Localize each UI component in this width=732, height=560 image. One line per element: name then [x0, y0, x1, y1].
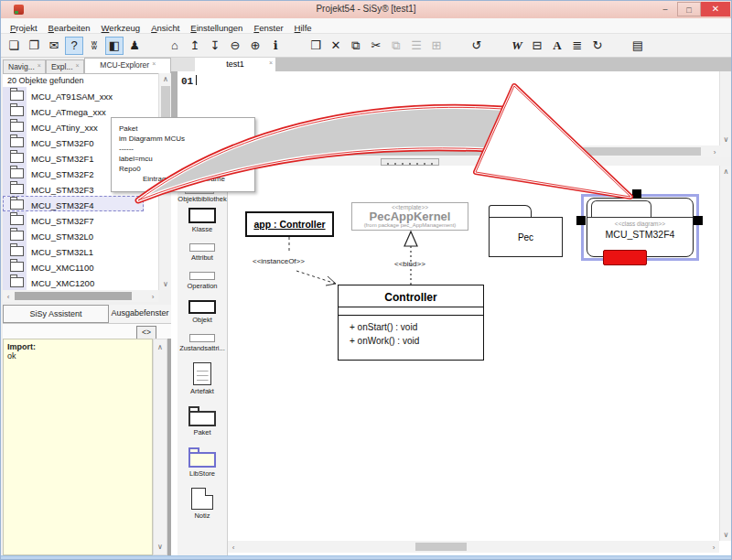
toolbar-button[interactable]: ⊕ — [246, 37, 264, 55]
selection-handle[interactable] — [632, 189, 641, 199]
toolbar-button[interactable]: ❏ — [5, 37, 23, 55]
palette-item[interactable]: Notiz — [191, 488, 213, 520]
toolbar-button[interactable]: ♟ — [125, 37, 144, 55]
tree-item[interactable]: MCU_AT91SAM_xxx — [3, 87, 144, 102]
palette-item[interactable]: Klasse — [188, 208, 216, 233]
code-editor[interactable]: 01 — [178, 71, 719, 145]
toolbar-button[interactable]: ✕ — [327, 37, 345, 55]
toolbar-button[interactable]: ⧉ — [387, 37, 405, 55]
toolbar-button[interactable]: ↥ — [186, 37, 204, 55]
toolbar-button[interactable]: ☰ — [407, 37, 425, 55]
tree-item[interactable]: MCU_STM32L1 — [3, 242, 144, 258]
close-tab-icon[interactable]: × — [269, 59, 273, 66]
toolbar-button[interactable]: ≣ — [568, 37, 587, 55]
toolbar-button[interactable]: A — [548, 37, 566, 55]
scroll-right-icon[interactable]: › — [708, 544, 719, 552]
toolbar-button[interactable]: ⌂ — [166, 37, 184, 55]
selection-handle[interactable] — [576, 216, 586, 225]
menu-item[interactable]: Projekt — [5, 21, 43, 33]
palette-item[interactable]: LibStore — [188, 447, 216, 478]
canvas-vertical-scrollbar[interactable]: ∧ ∨ — [719, 166, 732, 541]
editor-vertical-scrollbar[interactable]: ∨ — [719, 71, 732, 145]
editor-horizontal-scrollbar[interactable]: ‹ › — [178, 145, 719, 157]
scroll-up-icon[interactable]: ∧ — [720, 167, 732, 176]
close-tab-icon[interactable]: × — [152, 60, 156, 67]
toolbar-button[interactable]: ↺ — [468, 37, 486, 55]
toolbar-button[interactable]: ✉ — [45, 37, 63, 55]
tree-horizontal-scrollbar[interactable]: ‹ › — [3, 290, 158, 302]
toolbar-button[interactable]: ↻ — [588, 37, 607, 55]
palette-item[interactable]: Artefakt — [190, 362, 214, 395]
tree-item[interactable]: MCU_STM32F4 — [3, 196, 144, 211]
toolbar-button[interactable]: ʬ — [85, 37, 103, 55]
tree-item[interactable]: MCU_XMC1200 — [3, 274, 144, 289]
toolbar-button[interactable] — [447, 37, 466, 55]
title-bar[interactable]: Projekt54 - SiSy® [test1] – □ ✕ — [1, 1, 731, 19]
toolbar-button[interactable]: ⊖ — [226, 37, 244, 55]
document-tab[interactable]: test1× — [195, 58, 275, 71]
output-scrollbar[interactable]: ∧ ∨ — [153, 339, 167, 555]
uml-package-pec-tab[interactable] — [489, 205, 532, 218]
scroll-up-icon[interactable]: ∧ — [159, 75, 172, 83]
menu-item[interactable]: Werkzeug — [96, 21, 146, 33]
palette-item[interactable]: Zustandsattri... — [179, 334, 225, 352]
toolbar-button[interactable]: ⊞ — [427, 37, 446, 55]
splitter-handle[interactable] — [381, 158, 439, 166]
tree-item[interactable]: MCU_XMC1100 — [3, 258, 144, 274]
scroll-left-icon[interactable]: ‹ — [228, 544, 239, 552]
menu-item[interactable]: Bearbeiten — [43, 21, 96, 33]
menu-item[interactable]: Hilfe — [289, 21, 318, 33]
uml-package-pec[interactable]: Pec — [489, 217, 563, 257]
bottom-tab[interactable]: SiSy Assistent — [3, 305, 109, 323]
toolbar-button[interactable]: ◧ — [105, 37, 124, 55]
toolbar-button[interactable]: ❒ — [307, 37, 325, 55]
palette-item[interactable]: Operation — [188, 272, 218, 290]
tree-item[interactable]: MCU_ATmega_xxx — [3, 102, 144, 118]
palette-item[interactable]: Objekt — [188, 300, 216, 324]
uml-class-controller[interactable]: Controller + onStart() : void+ onWork() … — [338, 285, 484, 361]
explorer-tab[interactable]: Navig...× — [3, 59, 46, 73]
menu-item[interactable]: Einstellungen — [185, 21, 248, 33]
scroll-up-icon[interactable]: ∧ — [154, 343, 167, 351]
uml-object-app-controller[interactable]: app : Controller — [245, 211, 334, 237]
scroll-left-icon[interactable]: ‹ — [3, 293, 14, 301]
code-view-button[interactable]: <> — [136, 326, 156, 339]
minimize-button[interactable]: – — [653, 2, 677, 16]
toolbar-button[interactable]: ℹ — [266, 37, 285, 55]
toolbar-button[interactable] — [488, 37, 506, 55]
toolbar-button[interactable] — [608, 37, 627, 55]
toolbar-button[interactable]: ❐ — [25, 37, 43, 55]
scroll-down-icon[interactable]: ∨ — [159, 280, 172, 288]
menu-item[interactable]: Ansicht — [145, 21, 185, 33]
toolbar-button[interactable] — [145, 37, 164, 55]
scrollbar-thumb[interactable] — [15, 292, 132, 300]
scroll-down-icon[interactable]: ∨ — [154, 543, 167, 551]
tree-item[interactable]: MCU_STM32L0 — [3, 227, 144, 242]
toolbar-button[interactable]: ⊟ — [528, 37, 546, 55]
palette-item[interactable]: Attribut — [189, 243, 215, 262]
uml-template-pecappkernel[interactable]: <<template>> PecAppKernel (from package … — [351, 202, 468, 231]
close-tab-icon[interactable]: × — [38, 62, 41, 69]
palette-item[interactable]: Paket — [188, 405, 216, 436]
maximize-button[interactable]: □ — [677, 2, 701, 16]
close-tab-icon[interactable]: × — [76, 62, 80, 69]
toolbar-button[interactable]: ? — [65, 37, 83, 55]
scrollbar-thumb[interactable] — [188, 147, 701, 156]
canvas-horizontal-scrollbar[interactable]: ‹ › — [228, 541, 719, 553]
bottom-tab[interactable]: Ausgabefenster — [109, 305, 171, 323]
uml-package-mcu-stm32f4[interactable]: <<class diagram>> MCU_STM32F4 — [587, 198, 694, 257]
scroll-right-icon[interactable]: › — [710, 148, 719, 156]
toolbar-button[interactable]: ✂ — [367, 37, 385, 55]
explorer-tab[interactable]: Expl...× — [46, 59, 84, 73]
tree-item[interactable]: MCU_STM32F7 — [3, 211, 144, 227]
scroll-right-icon[interactable]: › — [147, 293, 158, 301]
close-button[interactable]: ✕ — [701, 2, 730, 16]
scrollbar-thumb[interactable] — [415, 543, 467, 551]
toolbar-button[interactable] — [286, 37, 305, 55]
toolbar-button[interactable]: ⧉ — [347, 37, 365, 55]
explorer-tab[interactable]: MCU-Explorer× — [84, 58, 171, 73]
scroll-down-icon[interactable]: ∨ — [720, 531, 732, 539]
toolbar-button[interactable]: W — [508, 37, 526, 55]
toolbar-button[interactable]: ▤ — [629, 37, 647, 55]
scroll-down-icon[interactable]: ∨ — [720, 135, 732, 144]
